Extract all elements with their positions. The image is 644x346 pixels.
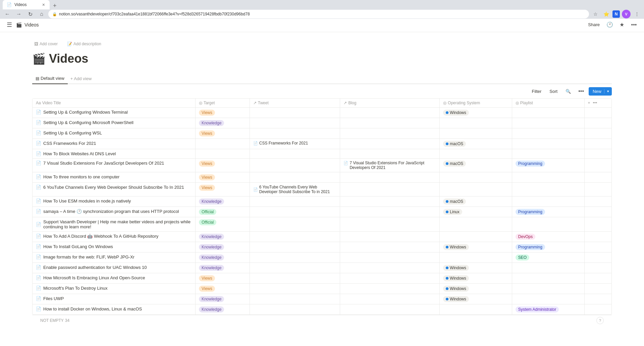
cell-blog[interactable] — [340, 232, 440, 242]
th-blog[interactable]: ↗ Blog — [340, 99, 440, 108]
cell-tweet[interactable] — [250, 273, 340, 284]
cell-target[interactable] — [195, 149, 250, 159]
cell-target[interactable]: Views — [195, 128, 250, 139]
cell-title[interactable]: 📄How to install Docker on Windows, Linux… — [33, 304, 195, 315]
cell-target[interactable]: Knowledge — [195, 232, 250, 242]
active-tab[interactable]: 📄 Videos × — [3, 0, 50, 9]
table-row[interactable]: 📄How To three monitors to one computerVi… — [33, 172, 611, 183]
cell-tweet[interactable] — [250, 304, 340, 315]
table-row[interactable]: 📄6 YouTube Channels Every Web Developer … — [33, 183, 611, 196]
cell-title[interactable]: 📄How To Install GoLang On Windows — [33, 242, 195, 252]
cell-playlist[interactable] — [512, 273, 584, 284]
cell-os[interactable]: Windows — [440, 108, 512, 118]
cell-title[interactable]: 📄Image formats for the web: FLIF, WebP J… — [33, 252, 195, 263]
cell-target[interactable]: Views — [195, 108, 250, 118]
cell-target[interactable] — [195, 139, 250, 149]
cell-target[interactable]: Knowledge — [195, 263, 250, 273]
cell-target[interactable]: Knowledge — [195, 294, 250, 304]
cell-blog[interactable] — [340, 128, 440, 139]
cell-os[interactable]: Linux — [440, 207, 512, 217]
cell-tweet[interactable] — [250, 196, 340, 207]
extension-button[interactable]: N — [612, 10, 620, 18]
table-row[interactable]: 📄CSS Frameworks For 2021📄CSS Frameworks … — [33, 139, 611, 149]
cell-target[interactable]: Views — [195, 273, 250, 284]
new-record-button[interactable]: New ▾ — [589, 87, 612, 96]
cell-playlist[interactable] — [512, 172, 584, 183]
cell-title[interactable]: 📄Files UWP — [33, 294, 195, 304]
cell-title[interactable]: 📄Setting Up & Configuring Microsoft Powe… — [33, 118, 195, 128]
cell-title[interactable]: 📄samaya – A time 🕐 synchronization progr… — [33, 207, 195, 217]
cell-os[interactable] — [440, 149, 512, 159]
cell-target[interactable]: Knowledge — [195, 118, 250, 128]
cell-target[interactable]: Views — [195, 183, 250, 196]
add-view-button[interactable]: + Add view — [68, 74, 94, 83]
cell-playlist[interactable] — [512, 139, 584, 149]
sort-button[interactable]: Sort — [547, 88, 560, 95]
cell-os[interactable]: Windows — [440, 242, 512, 252]
th-video-title[interactable]: Aa Video Title — [33, 99, 195, 108]
cell-target[interactable]: Views — [195, 159, 250, 172]
table-row[interactable]: 📄How To Block Websites At DNS Level — [33, 149, 611, 159]
cell-title[interactable]: 📄How To Add A Discord 🤖 Webhook To A Git… — [33, 232, 195, 242]
cell-tweet[interactable] — [250, 252, 340, 263]
cell-target[interactable]: Official — [195, 207, 250, 217]
cell-os[interactable] — [440, 217, 512, 232]
cell-target[interactable]: Official — [195, 217, 250, 232]
page-title[interactable]: Videos — [49, 52, 88, 66]
cell-playlist[interactable] — [512, 294, 584, 304]
col-more-icon[interactable]: ••• — [593, 101, 597, 105]
cell-title[interactable]: 📄Enable password authentication for UAC … — [33, 263, 195, 273]
th-os[interactable]: ◎ Operating System — [440, 99, 512, 108]
table-row[interactable]: 📄Setting Up & Configuring Microsoft Powe… — [33, 118, 611, 128]
cell-tweet[interactable] — [250, 128, 340, 139]
cell-blog[interactable]: 📄7 Visual Studio Extensions For JavaScri… — [340, 159, 440, 172]
history-button[interactable]: 🕐 — [605, 20, 614, 30]
cell-playlist[interactable]: Programming — [512, 242, 584, 252]
cell-blog[interactable] — [340, 149, 440, 159]
cell-blog[interactable] — [340, 108, 440, 118]
cell-blog[interactable] — [340, 294, 440, 304]
table-row[interactable]: 📄Microsoft's Plan To Destroy LinuxViewsW… — [33, 284, 611, 294]
search-button[interactable]: 🔍 — [563, 88, 574, 95]
cell-target[interactable]: Views — [195, 172, 250, 183]
cell-tweet[interactable] — [250, 172, 340, 183]
cell-blog[interactable] — [340, 263, 440, 273]
cell-os[interactable] — [440, 252, 512, 263]
table-row[interactable]: 📄How To Use ESM modules in node.js nativ… — [33, 196, 611, 207]
table-row[interactable]: 📄Support Vasanth Developer | Help me mak… — [33, 217, 611, 232]
cell-playlist[interactable]: Programming — [512, 159, 584, 172]
cell-tweet[interactable]: 📄6 YouTube Channels Every Web Developer … — [250, 183, 340, 196]
table-row[interactable]: 📄Setting Up & Configuring WSLViews — [33, 128, 611, 139]
cell-playlist[interactable] — [512, 128, 584, 139]
table-row[interactable]: 📄How to install Docker on Windows, Linux… — [33, 304, 611, 315]
table-more-button[interactable]: ••• — [576, 87, 586, 96]
cell-playlist[interactable] — [512, 183, 584, 196]
cell-os[interactable]: Windows — [440, 284, 512, 294]
cell-title[interactable]: 📄Support Vasanth Developer | Help me mak… — [33, 217, 195, 232]
sidebar-toggle-button[interactable]: ☰ — [5, 20, 13, 30]
cell-target[interactable]: Views — [195, 284, 250, 294]
help-button[interactable]: ? — [596, 317, 604, 324]
cell-title[interactable]: 📄Setting Up & Configuring Windows Termin… — [33, 108, 195, 118]
table-row[interactable]: 📄Files UWPKnowledgeWindows — [33, 294, 611, 304]
cell-target[interactable]: Knowledge — [195, 252, 250, 263]
cell-target[interactable]: Knowledge — [195, 196, 250, 207]
cell-os[interactable]: macOS — [440, 196, 512, 207]
cell-tweet[interactable] — [250, 159, 340, 172]
table-row[interactable]: 📄How Microsoft Is Embracing Linux And Op… — [33, 273, 611, 284]
cell-title[interactable]: 📄Microsoft's Plan To Destroy Linux — [33, 284, 195, 294]
cell-blog[interactable] — [340, 139, 440, 149]
cell-blog[interactable] — [340, 284, 440, 294]
cell-title[interactable]: 📄CSS Frameworks For 2021 — [33, 139, 195, 149]
th-target[interactable]: ◎ Target — [195, 99, 250, 108]
cell-title[interactable]: 📄6 YouTube Channels Every Web Developer … — [33, 183, 195, 196]
cell-tweet[interactable] — [250, 242, 340, 252]
cell-playlist[interactable] — [512, 118, 584, 128]
cell-playlist[interactable] — [512, 263, 584, 273]
filter-button[interactable]: Filter — [529, 88, 544, 95]
cell-blog[interactable] — [340, 183, 440, 196]
cell-os[interactable]: Windows — [440, 273, 512, 284]
share-button[interactable]: Share — [585, 21, 602, 28]
table-row[interactable]: 📄7 Visual Studio Extensions For JavaScri… — [33, 159, 611, 172]
cell-os[interactable] — [440, 172, 512, 183]
